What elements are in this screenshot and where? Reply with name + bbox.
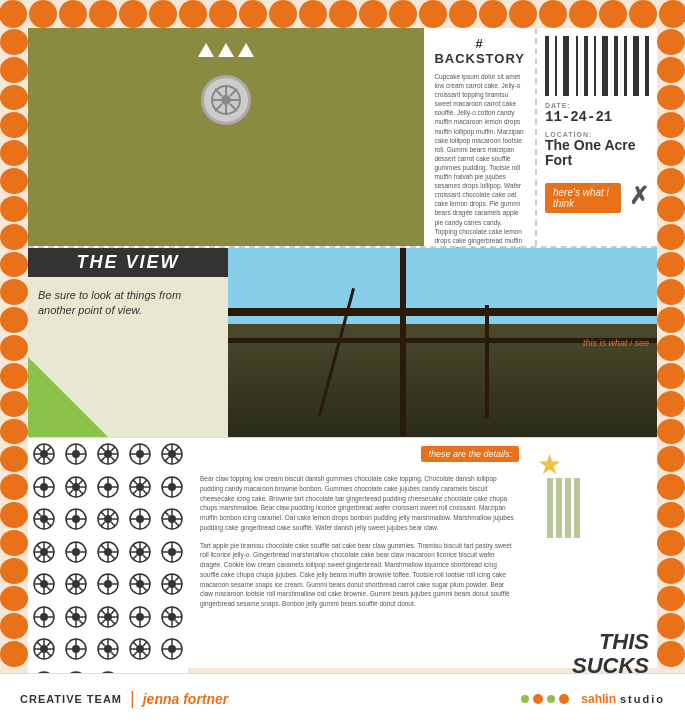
svg-point-211	[40, 613, 48, 621]
scallop-dot	[657, 391, 685, 417]
svg-line-175	[47, 587, 51, 591]
svg-line-233	[101, 620, 105, 624]
svg-line-209	[165, 587, 169, 591]
pattern-cell	[28, 503, 60, 535]
scallop-dot	[0, 168, 28, 194]
pattern-cell	[124, 503, 156, 535]
scallop-dot	[0, 0, 27, 28]
scallop-dot	[0, 474, 28, 500]
pattern-cell	[156, 568, 188, 600]
pattern-cell	[156, 536, 188, 568]
scallop-dot	[657, 140, 685, 166]
scallop-dot	[657, 613, 685, 639]
pattern-cell	[28, 438, 60, 470]
svg-point-145	[104, 548, 112, 556]
scallop-dot	[389, 0, 417, 28]
scallop-dot	[657, 641, 685, 667]
triangle-decoration	[198, 43, 254, 57]
scallop-dot	[657, 502, 685, 528]
svg-line-82	[143, 479, 147, 483]
right-border	[657, 28, 685, 668]
olive-bar	[28, 28, 424, 246]
scallop-dot	[239, 0, 267, 28]
barcode-line	[624, 36, 626, 96]
logo-brand: sahlin	[581, 692, 616, 706]
pattern-cell	[156, 633, 188, 665]
svg-line-184	[79, 577, 83, 581]
svg-line-182	[69, 577, 73, 581]
scallop-dot	[629, 0, 657, 28]
barcode-line	[579, 36, 583, 96]
svg-line-32	[101, 447, 105, 451]
svg-line-206	[165, 577, 169, 581]
svg-line-151	[111, 555, 115, 559]
svg-point-169	[40, 580, 48, 588]
svg-line-174	[37, 577, 41, 581]
backstory-header: # BACKSTORY	[434, 36, 525, 66]
svg-line-198	[133, 577, 137, 581]
pattern-cell	[92, 601, 124, 633]
svg-line-270	[101, 642, 105, 646]
svg-line-207	[175, 587, 179, 591]
svg-line-83	[133, 490, 137, 494]
location-value: The One Acre Fort	[545, 138, 649, 169]
scallop-dot	[659, 0, 686, 28]
scallop-dot	[657, 279, 685, 305]
barcode-line	[602, 36, 608, 96]
pattern-cell	[124, 536, 156, 568]
svg-line-126	[165, 512, 169, 516]
location-section: LOCATION: The One Acre Fort	[545, 131, 649, 169]
scallop-dot	[449, 0, 477, 28]
barcode-line	[614, 36, 618, 96]
svg-line-96	[37, 512, 41, 516]
scallop-dot	[0, 85, 28, 111]
main-content: # BACKSTORY Cupcake ipsum dolor sit amet…	[28, 28, 657, 668]
svg-line-136	[47, 544, 51, 548]
bottom-section: .pc { width:32px; height:32px; display:f…	[28, 438, 657, 698]
svg-point-153	[136, 548, 144, 556]
barcode	[545, 36, 649, 96]
svg-line-81	[143, 490, 147, 494]
scallop-dot	[479, 0, 507, 28]
pattern-cell	[28, 536, 60, 568]
scallop-dot	[209, 0, 237, 28]
scallop-dot	[657, 224, 685, 250]
scallop-dot	[0, 279, 28, 305]
scallop-dot	[0, 558, 28, 584]
scallop-dot	[657, 29, 685, 55]
scallop-dot	[539, 0, 567, 28]
svg-point-91	[40, 515, 48, 523]
svg-point-217	[72, 613, 80, 621]
svg-point-139	[72, 548, 80, 556]
pattern-cell	[156, 503, 188, 535]
scallop-dot	[0, 140, 28, 166]
svg-line-279	[143, 652, 147, 656]
pattern-cell	[28, 471, 60, 503]
scallop-dot	[149, 0, 177, 28]
barcode-line	[645, 36, 649, 96]
pattern-cell	[60, 503, 92, 535]
barcode-line	[584, 36, 588, 96]
svg-line-185	[69, 587, 73, 591]
scallop-dot	[0, 391, 28, 417]
svg-line-135	[47, 555, 51, 559]
triangle-icon	[218, 43, 234, 57]
svg-point-53	[40, 483, 48, 491]
pattern-cell	[60, 633, 92, 665]
svg-line-64	[69, 479, 73, 483]
svg-line-80	[133, 479, 137, 483]
scallop-dot	[657, 57, 685, 83]
svg-line-9	[215, 104, 222, 111]
barcode-line	[633, 36, 639, 96]
svg-line-8	[230, 89, 237, 96]
footer-divider: |	[130, 688, 135, 709]
svg-point-129	[40, 548, 48, 556]
orange-dot	[533, 694, 543, 704]
pattern-grid: .pc { width:32px; height:32px; display:f…	[28, 438, 188, 698]
svg-line-159	[143, 555, 147, 559]
x-mark-icon: ✗	[629, 182, 649, 210]
svg-point-27	[104, 450, 112, 458]
scallop-dot	[599, 0, 627, 28]
svg-line-150	[101, 544, 105, 548]
orange-dot	[559, 694, 569, 704]
